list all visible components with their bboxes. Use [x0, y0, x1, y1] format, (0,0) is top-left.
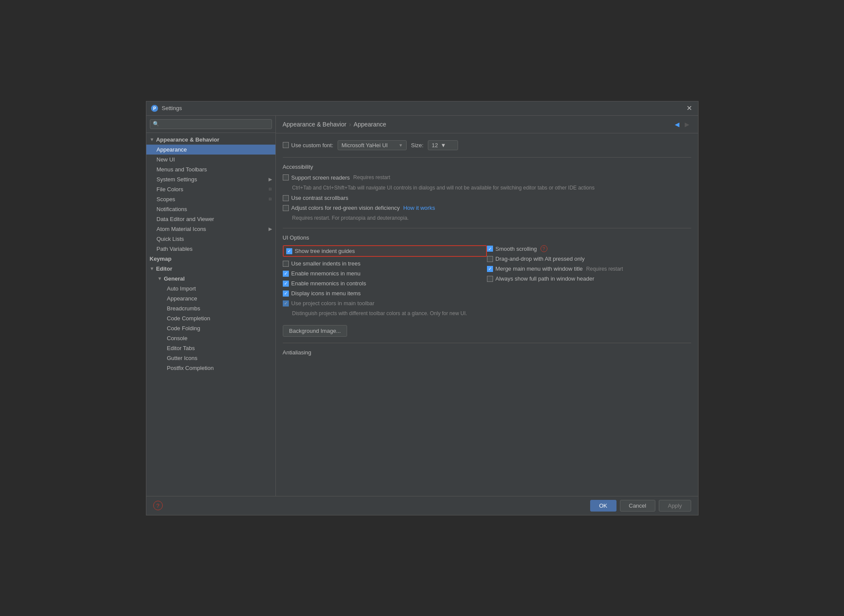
smooth-scrolling-help[interactable]: ?	[541, 245, 547, 252]
sidebar-item-atom-icons[interactable]: Atom Material Icons ▶	[146, 224, 275, 234]
full-path-checkbox[interactable]: Always show full path in window header	[487, 275, 594, 282]
screen-reader-row: Support screen readers Requires restart	[283, 174, 691, 181]
sidebar-item-editor-appearance[interactable]: Appearance	[146, 294, 275, 303]
mnemonics-menu-box	[283, 271, 289, 277]
color-deficiency-box	[283, 205, 289, 211]
settings-icon: ⊞	[269, 187, 272, 191]
full-path-label: Always show full path in window header	[496, 275, 594, 282]
show-tree-indent-checkbox[interactable]: Show tree indent guides	[286, 248, 355, 254]
display-icons-label: Display icons in menu items	[291, 290, 361, 297]
sidebar-item-path-variables[interactable]: Path Variables	[146, 244, 275, 254]
sidebar-item-postfix-completion[interactable]: Postfix Completion	[146, 363, 275, 373]
drag-drop-row: Drag-and-drop with Alt pressed only	[487, 256, 691, 262]
sidebar-item-console[interactable]: Console	[146, 333, 275, 343]
settings-tree: ▼ Appearance & Behavior Appearance New U…	[146, 133, 275, 496]
sidebar-item-quick-lists[interactable]: Quick Lists	[146, 234, 275, 244]
contrast-scrollbar-checkbox[interactable]: Use contrast scrollbars	[283, 195, 348, 201]
mnemonics-controls-row: Enable mnemonics in controls	[283, 280, 487, 287]
screen-reader-hint: Requires restart	[353, 174, 390, 180]
how-it-works-link[interactable]: How it works	[403, 205, 435, 211]
sidebar-item-data-editor[interactable]: Data Editor and Viewer	[146, 214, 275, 224]
screen-reader-label: Support screen readers	[291, 174, 350, 181]
smaller-indents-box	[283, 261, 289, 267]
app-icon: P	[151, 104, 158, 112]
sidebar-group-keymap[interactable]: Keymap	[146, 254, 275, 264]
display-icons-box	[283, 291, 289, 297]
settings-panel: Appearance & Behavior › Appearance ◀ ▶ U…	[276, 116, 698, 496]
svg-text:P: P	[153, 106, 156, 111]
smaller-indents-row: Use smaller indents in trees	[283, 260, 487, 267]
breadcrumb-parent: Appearance & Behavior	[283, 121, 347, 128]
sidebar-item-new-ui[interactable]: New UI	[146, 155, 275, 164]
drag-drop-box	[487, 256, 493, 262]
sidebar-item-code-completion[interactable]: Code Completion	[146, 313, 275, 323]
nav-forward-button[interactable]: ▶	[683, 120, 691, 129]
sidebar-group-editor[interactable]: ▼ Editor	[146, 264, 275, 274]
search-icon: 🔍	[153, 121, 159, 127]
sidebar-item-file-colors[interactable]: File Colors ⊞	[146, 184, 275, 194]
size-label: Size:	[411, 142, 424, 148]
cancel-button[interactable]: Cancel	[620, 500, 655, 512]
breadcrumb-separator: ›	[349, 121, 351, 128]
contrast-scrollbar-label: Use contrast scrollbars	[291, 195, 348, 201]
merge-menu-checkbox[interactable]: Merge main menu with window title	[487, 265, 583, 272]
smaller-indents-label: Use smaller indents in trees	[291, 260, 360, 267]
nav-back-button[interactable]: ◀	[673, 120, 681, 129]
sidebar-item-appearance[interactable]: Appearance	[146, 145, 275, 155]
font-family-dropdown[interactable]: Microsoft YaHei UI ▼	[338, 140, 407, 150]
mnemonics-menu-checkbox[interactable]: Enable mnemonics in menu	[283, 270, 360, 277]
sidebar-item-notifications[interactable]: Notifications	[146, 204, 275, 214]
sidebar-item-code-folding[interactable]: Code Folding	[146, 323, 275, 333]
close-button[interactable]: ✕	[685, 104, 694, 113]
sidebar-editor-label: Editor	[156, 265, 172, 272]
ok-button[interactable]: OK	[590, 500, 616, 512]
mnemonics-controls-label: Enable mnemonics in controls	[291, 280, 366, 287]
search-input[interactable]	[161, 121, 269, 127]
collapse-arrow-editor: ▼	[150, 266, 155, 271]
font-family-value: Microsoft YaHei UI	[341, 142, 388, 148]
dialog-title: Settings	[162, 105, 182, 111]
settings-icon-2: ⊞	[269, 197, 272, 201]
smaller-indents-checkbox[interactable]: Use smaller indents in trees	[283, 260, 360, 267]
use-custom-font-checkbox[interactable]: Use custom font:	[283, 142, 334, 148]
antialiasing-section: Antialiasing	[283, 349, 691, 356]
sidebar-item-gutter-icons[interactable]: Gutter Icons	[146, 353, 275, 363]
bottom-right: OK Cancel Apply	[590, 500, 691, 512]
sidebar-group-label: Appearance & Behavior	[156, 136, 219, 143]
contrast-scrollbar-row: Use contrast scrollbars	[283, 195, 691, 201]
font-size-dropdown[interactable]: 12 ▼	[428, 140, 458, 150]
antialiasing-title: Antialiasing	[283, 349, 691, 356]
background-image-button[interactable]: Background Image...	[283, 325, 348, 337]
display-icons-checkbox[interactable]: Display icons in menu items	[283, 290, 361, 297]
font-size-value: 12	[432, 142, 438, 148]
sidebar-item-breadcrumbs[interactable]: Breadcrumbs	[146, 303, 275, 313]
sidebar-item-scopes[interactable]: Scopes ⊞	[146, 194, 275, 204]
mnemonics-menu-row: Enable mnemonics in menu	[283, 270, 487, 277]
panel-header: Appearance & Behavior › Appearance ◀ ▶	[276, 116, 698, 133]
help-button[interactable]: ?	[153, 501, 163, 510]
smooth-scrolling-checkbox[interactable]: Smooth scrolling	[487, 246, 537, 252]
apply-button[interactable]: Apply	[659, 500, 691, 512]
breadcrumb: Appearance & Behavior › Appearance	[283, 121, 386, 128]
screen-reader-box	[283, 174, 289, 180]
mnemonics-controls-checkbox[interactable]: Enable mnemonics in controls	[283, 280, 366, 287]
contrast-scrollbar-box	[283, 195, 289, 201]
sidebar-item-system-settings[interactable]: System Settings ▶	[146, 174, 275, 184]
sidebar-group-general[interactable]: ▼ General	[146, 274, 275, 284]
sidebar-item-auto-import[interactable]: Auto Import	[146, 284, 275, 294]
sidebar-group-appearance-behavior[interactable]: ▼ Appearance & Behavior	[146, 135, 275, 145]
sidebar-item-menus-toolbars[interactable]: Menus and Toolbars	[146, 164, 275, 174]
color-deficiency-checkbox[interactable]: Adjust colors for red-green vision defic…	[283, 205, 400, 211]
panel-body: Use custom font: Microsoft YaHei UI ▼ Si…	[276, 133, 698, 496]
show-tree-indent-label: Show tree indent guides	[295, 248, 355, 254]
sidebar-item-editor-tabs[interactable]: Editor Tabs	[146, 343, 275, 353]
project-colors-box	[283, 300, 289, 306]
font-row: Use custom font: Microsoft YaHei UI ▼ Si…	[283, 140, 691, 150]
show-tree-indent-box	[286, 248, 292, 254]
screen-reader-checkbox[interactable]: Support screen readers	[283, 174, 350, 181]
nav-arrows: ◀ ▶	[673, 120, 691, 129]
accessibility-section: Accessibility Support screen readers Req…	[283, 164, 691, 222]
drag-drop-checkbox[interactable]: Drag-and-drop with Alt pressed only	[487, 256, 585, 262]
size-arrow: ▼	[440, 142, 446, 148]
custom-font-label: Use custom font:	[291, 142, 334, 148]
